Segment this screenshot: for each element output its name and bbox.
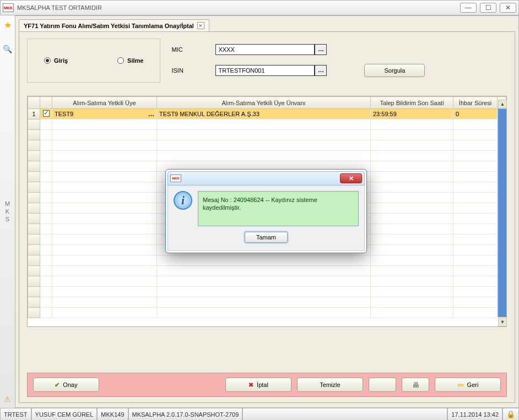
table-row[interactable] [28,297,506,308]
sorgula-button[interactable]: Sorgula [364,64,425,77]
table-row[interactable] [28,119,506,130]
printer-icon: 🖶 [412,381,419,389]
temizle-button[interactable]: Temizle [297,378,363,392]
tab-yf71[interactable]: YF71 Yatırım Fonu Alım/Satım Yetkisi Tan… [19,19,209,31]
temizle-label: Temizle [320,381,340,388]
radio-icon [117,57,124,64]
isin-input[interactable] [215,65,315,76]
status-trtest: TRTEST [0,408,31,420]
radio-silme-label: Silme [127,57,143,64]
table-row[interactable] [28,140,506,151]
status-spacer [242,408,447,420]
onay-label: Onay [63,381,77,388]
cell-ihbar: 0 [453,109,498,119]
info-icon: i [174,191,192,210]
left-rail: ★ 🔍 MKS ⚠ [0,15,15,408]
status-mkk: MKK149 [97,408,128,420]
table-row[interactable] [28,276,506,287]
status-lock: 🔒 [502,408,519,420]
isin-label: ISIN [171,67,215,74]
lock-icon: 🔒 [506,410,515,418]
scroll-thumb[interactable] [498,109,506,317]
row-number: 1 [28,109,40,119]
status-bar: TRTEST YUSUF CEM GÜREL MKK149 MKSALPHA 2… [0,408,519,420]
back-arrow-icon: ⇦ [457,380,464,389]
info-dialog: MKK ✕ i Mesaj No : 240948624 -- Kaydınız… [165,169,367,253]
empty-button[interactable] [369,378,396,392]
col-unvan[interactable]: Alım-Satıma Yetkili Üye Ünvanı [157,97,371,109]
mic-lookup-button[interactable]: … [315,44,327,55]
tab-label: YF71 Yatırım Fonu Alım/Satım Yetkisi Tan… [24,23,194,29]
status-datetime: 17.11.2014 13:42 [447,408,502,420]
isin-lookup-button[interactable]: … [315,65,327,76]
cancel-icon: ✖ [248,381,253,389]
action-bar: ✔ Onay ✖ İptal Temizle 🖶 ⇦ Geri [27,373,507,397]
geri-button[interactable]: ⇦ Geri [435,378,501,392]
maximize-button[interactable]: ☐ [480,3,496,13]
cell-saat: 23:59:59 [371,109,453,119]
geri-label: Geri [467,381,479,388]
grid-scrollbar[interactable]: ▲ ▼ [498,109,506,317]
dialog-message: Mesaj No : 240948624 -- Kaydınız sisteme… [198,191,359,226]
cell-unvan: TEST9 MENKUL DEĞERLER A.Ş.33 [157,109,371,119]
iptal-button[interactable]: ✖ İptal [225,378,291,392]
table-row[interactable] [28,308,506,318]
tab-close-icon[interactable]: ✕ [197,22,204,29]
search-icon[interactable]: 🔍 [3,45,12,53]
radio-silme[interactable]: Silme [117,50,143,71]
mode-group: Giriş Silme [27,39,160,83]
col-uye[interactable]: Alım-Satıma Yetkili Üye [52,97,157,109]
window-titlebar: MKK MKSALPHA TEST ORTAMIDIR — ☐ ✕ [0,0,519,15]
close-button[interactable]: ✕ [500,3,516,13]
radio-icon [44,57,51,64]
mic-label: MIC [171,46,215,53]
iptal-label: İptal [257,381,268,388]
criteria-panel: Giriş Silme MIC … ISIN … Sorgula [27,39,507,83]
window-title: MKSALPHA TEST ORTAMIDIR [17,4,102,11]
table-row[interactable]: 1 TEST9… TEST9 MENKUL DEĞERLER A.Ş.33 23… [28,109,506,119]
print-button[interactable]: 🖶 [402,378,429,392]
col-ihbar[interactable]: İhbar Süresi [453,97,498,109]
warning-icon[interactable]: ⚠ [4,395,11,403]
dialog-logo: MKK [170,174,181,182]
table-row[interactable] [28,130,506,140]
mic-input[interactable] [215,44,315,55]
onay-button[interactable]: ✔ Onay [33,378,99,392]
col-check[interactable] [40,97,52,109]
cell-uye: TEST9… [52,109,157,119]
table-row[interactable] [28,266,506,276]
table-row[interactable] [28,255,506,266]
radio-giris[interactable]: Giriş [44,50,68,71]
check-icon: ✔ [55,381,60,389]
dialog-titlebar[interactable]: MKK ✕ [167,171,365,186]
status-user: YUSUF CEM GÜREL [31,408,98,420]
scroll-up-icon[interactable]: ▲ [498,100,507,108]
status-version: MKSALPHA 2.0.17.0-SNAPSHOT-2709 [128,408,243,420]
scroll-down-icon[interactable]: ▼ [498,318,507,326]
col-saat[interactable]: Talep Bildirim Son Saati [371,97,453,109]
favorites-icon[interactable]: ★ [4,20,12,30]
minimize-button[interactable]: — [460,3,477,13]
row-checkbox[interactable] [43,110,50,117]
app-logo: MKK [3,3,14,12]
table-row[interactable] [28,287,506,297]
dialog-close-button[interactable]: ✕ [340,173,362,183]
dialog-ok-button[interactable]: Tamam [245,232,288,243]
mks-vertical-label: MKS [5,200,10,223]
table-row[interactable] [28,151,506,161]
col-rownum[interactable] [28,97,40,109]
radio-giris-label: Giriş [54,57,68,64]
grid-header-row: Alım-Satıma Yetkili Üye Alım-Satıma Yetk… [28,97,506,109]
